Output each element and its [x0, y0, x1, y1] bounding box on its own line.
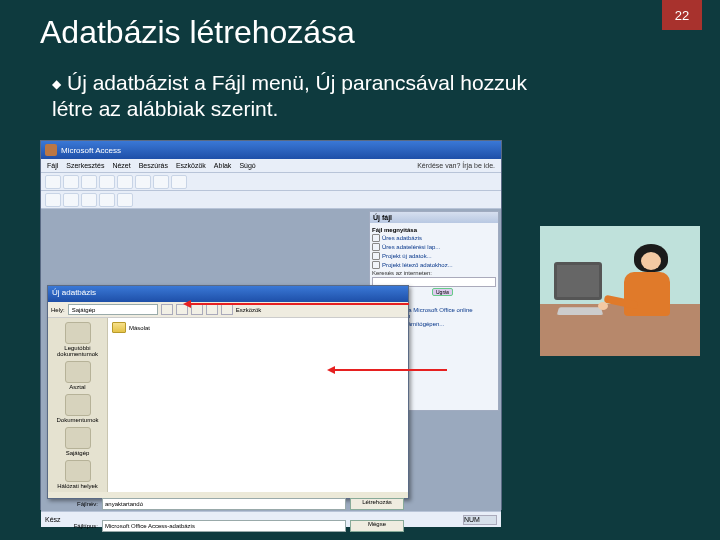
delete-icon[interactable]: [191, 304, 203, 315]
link-label: Projekt új adatok...: [382, 253, 432, 259]
folder-item[interactable]: Másolat: [112, 322, 404, 333]
window-titlebar: Microsoft Access: [41, 141, 501, 159]
app-icon: [45, 144, 57, 156]
menubar[interactable]: Fájl Szerkesztés Nézet Beszúrás Eszközök…: [41, 159, 501, 173]
link-blank-db[interactable]: Üres adatbázis: [372, 234, 496, 242]
dialog-footer: Fájlnév: anyaktartandó Létrehozás: [48, 492, 408, 516]
keyboard-icon: [557, 307, 603, 315]
menu-file[interactable]: Fájl: [47, 162, 58, 169]
menu-view[interactable]: Nézet: [112, 162, 130, 169]
person-at-computer-illustration: [540, 226, 700, 356]
documents-icon: [65, 394, 91, 416]
place-label: Hálózati helyek: [57, 483, 98, 489]
illus-hand: [598, 302, 608, 310]
places-bar: Legutóbbi dokumentumok Asztal Dokumentum…: [48, 318, 108, 492]
place-recent[interactable]: Legutóbbi dokumentumok: [53, 322, 103, 357]
italic-icon[interactable]: [63, 193, 79, 207]
slide-title: Adatbázis létrehozása: [40, 14, 355, 51]
underline-icon[interactable]: [81, 193, 97, 207]
link-label: Projekt létező adatokhoz...: [382, 262, 453, 268]
place-label: Legutóbbi dokumentumok: [57, 345, 98, 357]
menu-insert[interactable]: Beszúrás: [139, 162, 168, 169]
illus-face: [641, 252, 661, 270]
file-list-area[interactable]: Másolat: [108, 318, 408, 492]
network-icon: [65, 460, 91, 482]
back-icon[interactable]: [161, 304, 173, 315]
create-button[interactable]: Létrehozás: [350, 498, 404, 510]
filename-input[interactable]: anyaktartandó: [102, 498, 346, 510]
bullet-text: ◆Új adatbázist a Fájl menü, Új parancsáv…: [52, 70, 552, 123]
db-icon: [372, 234, 380, 242]
dialog-title: Új adatbázis: [48, 286, 408, 302]
go-button[interactable]: Ugrás: [432, 288, 453, 296]
folder-name: Másolat: [129, 325, 150, 331]
taskpane-search-label: Keresés az interneten:: [372, 270, 496, 276]
cut-icon[interactable]: [117, 175, 133, 189]
workarea: Új fájl Fájl megnyitása Üres adatbázis Ü…: [41, 209, 501, 511]
views-icon[interactable]: [221, 304, 233, 315]
filetype-label: Fájltípus:: [52, 523, 98, 529]
newfolder-icon[interactable]: [206, 304, 218, 315]
cancel-button[interactable]: Mégse: [350, 520, 404, 532]
copy-icon[interactable]: [135, 175, 151, 189]
link-project-existing[interactable]: Projekt létező adatokhoz...: [372, 261, 496, 269]
bullet-content: Új adatbázist a Fájl menü, Új parancsáva…: [52, 71, 527, 120]
new-database-dialog: Új adatbázis Hely: Sajátgép Eszközök Leg…: [47, 285, 409, 499]
project-icon: [372, 252, 380, 260]
place-label: Sajátgép: [66, 450, 90, 456]
menu-tools[interactable]: Eszközök: [176, 162, 206, 169]
recent-icon: [65, 322, 91, 344]
page-number-badge: 22: [662, 0, 702, 30]
computer-icon: [65, 427, 91, 449]
new-icon[interactable]: [45, 175, 61, 189]
menu-edit[interactable]: Szerkesztés: [66, 162, 104, 169]
menu-help[interactable]: Súgó: [239, 162, 255, 169]
access-screenshot: Microsoft Access Fájl Szerkesztés Nézet …: [40, 140, 502, 510]
help-search-hint[interactable]: Kérdése van? Írja be ide.: [417, 162, 495, 169]
toolbar-standard[interactable]: [41, 173, 501, 191]
align-center-icon[interactable]: [117, 193, 133, 207]
illus-torso: [624, 272, 670, 316]
undo-icon[interactable]: [171, 175, 187, 189]
place-desktop[interactable]: Asztal: [53, 361, 103, 390]
place-mycomputer[interactable]: Sajátgép: [53, 427, 103, 456]
place-documents[interactable]: Dokumentumok: [53, 394, 103, 423]
paste-icon[interactable]: [153, 175, 169, 189]
project-icon: [372, 261, 380, 269]
desktop-icon: [65, 361, 91, 383]
toolbar-formatting[interactable]: [41, 191, 501, 209]
align-left-icon[interactable]: [99, 193, 115, 207]
dialog-footer-2: Fájltípus: Microsoft Office Access-adatb…: [48, 514, 408, 538]
window-title: Microsoft Access: [61, 146, 121, 155]
look-in-dropdown[interactable]: Sajátgép: [68, 304, 158, 315]
person-figure: [624, 244, 686, 344]
menu-window[interactable]: Ablak: [214, 162, 232, 169]
status-num: NUM: [463, 515, 497, 525]
bold-icon[interactable]: [45, 193, 61, 207]
link-label: Üres adatbázis: [382, 235, 422, 241]
look-in-label: Hely:: [51, 307, 65, 313]
folder-icon: [112, 322, 126, 333]
dialog-tools-menu[interactable]: Eszközök: [236, 307, 262, 313]
save-icon[interactable]: [81, 175, 97, 189]
open-icon[interactable]: [63, 175, 79, 189]
taskpane-section-open: Fájl megnyitása: [372, 227, 496, 233]
taskpane-title: Új fájl: [370, 212, 498, 223]
page-icon: [372, 243, 380, 251]
bullet-marker-icon: ◆: [52, 77, 61, 92]
place-label: Asztal: [69, 384, 85, 390]
place-network[interactable]: Hálózati helyek: [53, 460, 103, 489]
monitor-icon: [554, 262, 602, 300]
filename-label: Fájlnév:: [52, 501, 98, 507]
annotation-arrow-1: [187, 303, 409, 305]
link-label: Üres adatelérési lap...: [382, 244, 440, 250]
link-project-new[interactable]: Projekt új adatok...: [372, 252, 496, 260]
filetype-dropdown[interactable]: Microsoft Office Access-adatbázis: [102, 520, 346, 532]
place-label: Dokumentumok: [56, 417, 98, 423]
print-icon[interactable]: [99, 175, 115, 189]
annotation-arrow-2: [331, 369, 447, 371]
link-blank-page[interactable]: Üres adatelérési lap...: [372, 243, 496, 251]
